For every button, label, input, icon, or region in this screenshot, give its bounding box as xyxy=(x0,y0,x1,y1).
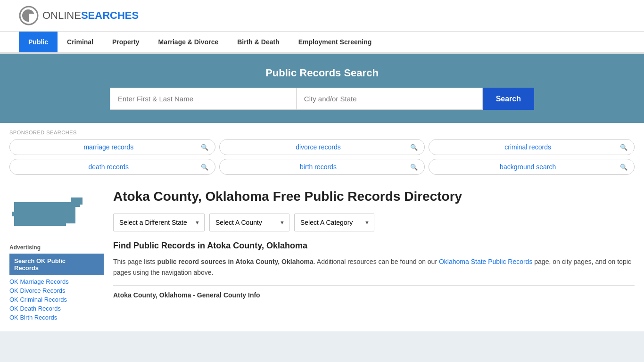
sponsored-item-background[interactable]: background search 🔍 xyxy=(429,159,635,175)
advertising-label: Advertising xyxy=(9,244,104,251)
search-icon: 🔍 xyxy=(410,144,418,151)
main-content: Atoka County, Oklahoma Free Public Recor… xyxy=(113,188,635,322)
logo[interactable]: ONLINE SEARCHES xyxy=(19,6,139,25)
hero-title: Public Records Search xyxy=(19,67,625,79)
section-heading: Find Public Records in Atoka County, Okl… xyxy=(113,241,635,251)
state-map xyxy=(9,188,104,237)
search-button[interactable]: Search xyxy=(483,88,534,110)
state-select[interactable]: Select a Different State xyxy=(113,214,205,231)
nav-marriage-divorce[interactable]: Marriage & Divorce xyxy=(149,32,228,52)
sponsored-item-birth[interactable]: birth records 🔍 xyxy=(219,159,425,175)
sponsored-section: SPONSORED SEARCHES marriage records 🔍 di… xyxy=(0,123,644,179)
search-icon: 🔍 xyxy=(201,144,208,151)
sidebar-link-death[interactable]: OK Death Records xyxy=(9,304,104,313)
state-select-wrapper: Select a Different State xyxy=(113,214,205,231)
search-form: Search xyxy=(110,88,534,110)
sidebar-link-birth[interactable]: OK Birth Records xyxy=(9,313,104,322)
page-title: Atoka County, Oklahoma Free Public Recor… xyxy=(113,188,635,205)
nav: Public Criminal Property Marriage & Divo… xyxy=(0,32,644,53)
logo-icon xyxy=(19,6,39,25)
name-input[interactable] xyxy=(110,88,296,110)
nav-birth-death[interactable]: Birth & Death xyxy=(228,32,289,52)
sponsored-item-divorce[interactable]: divorce records 🔍 xyxy=(219,139,425,155)
sidebar-link-marriage[interactable]: OK Marriage Records xyxy=(9,277,104,286)
content-layout: Advertising Search OK Public Records OK … xyxy=(0,179,644,331)
category-select[interactable]: Select A Category xyxy=(294,214,374,231)
county-select[interactable]: Select A County xyxy=(209,214,289,231)
sidebar-link-criminal[interactable]: OK Criminal Records xyxy=(9,295,104,304)
sponsored-item-death[interactable]: death records 🔍 xyxy=(9,159,215,175)
sidebar-link-divorce[interactable]: OK Divorce Records xyxy=(9,286,104,295)
sponsored-item-criminal[interactable]: criminal records 🔍 xyxy=(429,139,635,155)
description: This page lists public record sources in… xyxy=(113,256,635,278)
search-icon: 🔍 xyxy=(410,164,418,171)
search-icon: 🔍 xyxy=(620,164,627,171)
sponsored-item-marriage[interactable]: marriage records 🔍 xyxy=(9,139,215,155)
search-icon: 🔍 xyxy=(620,144,627,151)
selects-row: Select a Different State Select A County… xyxy=(113,214,635,231)
logo-text: ONLINE SEARCHES xyxy=(42,9,139,22)
sponsored-label: SPONSORED SEARCHES xyxy=(9,130,635,135)
nav-property[interactable]: Property xyxy=(103,32,149,52)
oklahoma-map-svg xyxy=(9,188,85,235)
sponsored-grid: marriage records 🔍 divorce records 🔍 cri… xyxy=(9,139,635,175)
nav-public[interactable]: Public xyxy=(19,32,58,52)
county-select-wrapper: Select A County xyxy=(209,214,289,231)
oklahoma-records-link[interactable]: Oklahoma State Public Records xyxy=(439,258,532,265)
search-icon: 🔍 xyxy=(201,164,208,171)
nav-criminal[interactable]: Criminal xyxy=(58,32,103,52)
header: ONLINE SEARCHES Public Criminal Property… xyxy=(0,0,644,54)
svg-rect-1 xyxy=(29,14,34,16)
general-info-heading: Atoka County, Oklahoma - General County … xyxy=(113,285,635,299)
hero-banner: Public Records Search Search xyxy=(0,54,644,123)
featured-ad[interactable]: Search OK Public Records xyxy=(9,254,104,275)
sidebar: Advertising Search OK Public Records OK … xyxy=(9,188,104,322)
category-select-wrapper: Select A Category xyxy=(294,214,374,231)
location-input[interactable] xyxy=(296,88,483,110)
nav-employment[interactable]: Employment Screening xyxy=(289,32,381,52)
